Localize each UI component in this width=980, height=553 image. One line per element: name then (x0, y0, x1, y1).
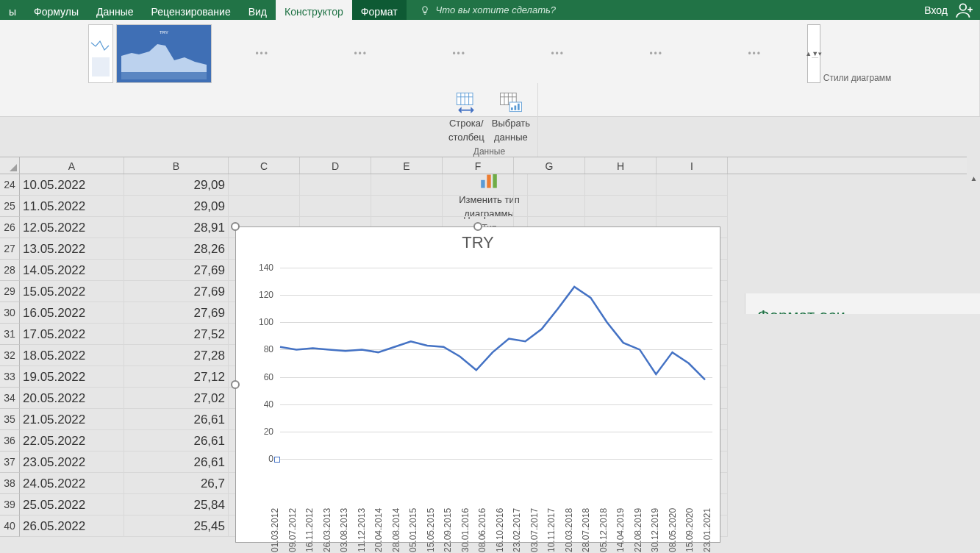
cell[interactable]: 27,52 (124, 324, 229, 345)
row-header[interactable]: 27 (0, 238, 20, 260)
cell[interactable]: 24.05.2022 (20, 473, 124, 494)
resize-handle[interactable] (231, 222, 240, 231)
col-header[interactable]: D (300, 157, 371, 174)
cell[interactable]: 25.05.2022 (20, 494, 124, 515)
cell[interactable]: 19.05.2022 (20, 366, 124, 388)
format-axis-pane: Формат оси Параметры оси Параметры те ▲ … (745, 293, 980, 314)
row-header[interactable]: 40 (0, 515, 20, 537)
tab-partial[interactable]: ы (0, 0, 25, 20)
cell[interactable]: 15.05.2022 (20, 281, 124, 302)
row-header[interactable]: 26 (0, 217, 20, 238)
select-data-button[interactable]: Выбрать данные (489, 88, 533, 143)
cell[interactable]: 27,69 (124, 260, 229, 281)
col-header[interactable]: H (585, 157, 657, 174)
row-header[interactable]: 35 (0, 409, 20, 430)
ribbon: TRY ••• ••• ••• ••• ••• ••• ▲ ▼ ▾ Стили … (0, 20, 980, 117)
gallery-up-icon[interactable]: ▲ ▼ ▾ (808, 25, 820, 82)
row-header[interactable]: 36 (0, 430, 20, 452)
cell[interactable]: 17.05.2022 (20, 324, 124, 345)
cell[interactable]: 13.05.2022 (20, 238, 124, 260)
col-header[interactable]: C (229, 157, 300, 174)
chart-style-2[interactable]: TRY (116, 24, 212, 83)
svg-rect-11 (518, 104, 520, 110)
row-header[interactable]: 29 (0, 281, 20, 302)
cell[interactable]: 27,69 (124, 302, 229, 324)
cell[interactable]: 28,26 (124, 238, 229, 260)
gallery-more-icon[interactable]: ▾ (818, 50, 822, 57)
svg-rect-9 (511, 107, 513, 110)
cell[interactable]: 18.05.2022 (20, 345, 124, 366)
cell[interactable]: 28,91 (124, 217, 229, 238)
chart-style-1[interactable] (88, 24, 113, 83)
axis-selection-handle[interactable] (274, 457, 280, 463)
tell-me[interactable]: Что вы хотите сделать? (407, 0, 557, 20)
row-header[interactable]: 24 (0, 174, 20, 196)
col-header[interactable]: I (657, 157, 728, 174)
cell[interactable]: 21.05.2022 (20, 409, 124, 430)
table-row[interactable]: 2410.05.202229,09 (0, 174, 967, 196)
row-header[interactable]: 37 (0, 452, 20, 473)
data-group: Строка/ столбец Выбрать данные Данные (441, 83, 538, 160)
cell[interactable]: 10.05.2022 (20, 174, 124, 196)
row-header[interactable]: 30 (0, 302, 20, 324)
row-header[interactable]: 33 (0, 366, 20, 388)
plot-area[interactable]: 020406080100120140 (269, 268, 712, 459)
tab-data[interactable]: Данные (87, 0, 143, 20)
cell[interactable]: 26,7 (124, 473, 229, 494)
cell[interactable]: 27,69 (124, 281, 229, 302)
col-header[interactable]: G (514, 157, 585, 174)
row-header[interactable]: 28 (0, 260, 20, 281)
col-header[interactable]: F (443, 157, 514, 174)
cell[interactable]: 20.05.2022 (20, 388, 124, 409)
cell[interactable]: 26,61 (124, 409, 229, 430)
row-header[interactable]: 38 (0, 473, 20, 494)
cell[interactable]: 14.05.2022 (20, 260, 124, 281)
chart-style-6[interactable]: ••• (510, 24, 606, 83)
cell[interactable]: 26.05.2022 (20, 515, 124, 537)
cell[interactable]: 26,61 (124, 452, 229, 473)
style-gallery-scroll[interactable]: ▲ ▼ ▾ (807, 24, 820, 83)
row-header[interactable]: 34 (0, 388, 20, 409)
chart-style-5[interactable]: ••• (412, 24, 507, 83)
cell[interactable]: 16.05.2022 (20, 302, 124, 324)
cell[interactable]: 29,09 (124, 174, 229, 196)
tab-format[interactable]: Формат (352, 0, 407, 20)
tab-formulas[interactable]: Формулы (25, 0, 87, 20)
select-all-corner[interactable] (0, 157, 20, 174)
cell[interactable]: 26,61 (124, 430, 229, 452)
cell[interactable]: 22.05.2022 (20, 430, 124, 452)
chart-style-8[interactable]: ••• (707, 24, 803, 83)
cell[interactable]: 25,84 (124, 494, 229, 515)
chart-style-4[interactable]: ••• (313, 24, 409, 83)
tab-design[interactable]: Конструктор (276, 0, 352, 20)
cell[interactable]: 27,12 (124, 366, 229, 388)
scroll-up-icon[interactable]: ▲ (970, 174, 978, 182)
cell[interactable]: 12.05.2022 (20, 217, 124, 238)
table-row[interactable]: 2511.05.202229,09 (0, 196, 967, 217)
cell[interactable]: 23.05.2022 (20, 452, 124, 473)
gallery-down-icon[interactable]: ▼ (812, 50, 818, 58)
col-header[interactable]: E (371, 157, 443, 174)
row-header[interactable]: 32 (0, 345, 20, 366)
row-header[interactable]: 31 (0, 324, 20, 345)
embedded-chart[interactable]: TRY 020406080100120140 01.03.201209.07.2… (235, 226, 720, 543)
switch-row-col-button[interactable]: Строка/ столбец (446, 88, 487, 143)
cell[interactable]: 27,02 (124, 388, 229, 409)
row-header[interactable]: 39 (0, 494, 20, 515)
cell[interactable]: 11.05.2022 (20, 196, 124, 217)
chart-style-3[interactable]: ••• (215, 24, 310, 83)
chart-style-7[interactable]: ••• (609, 24, 704, 83)
cell[interactable]: 27,28 (124, 345, 229, 366)
row-header[interactable]: 25 (0, 196, 20, 217)
cell[interactable]: 29,09 (124, 196, 229, 217)
chart-title[interactable]: TRY (236, 227, 720, 255)
resize-handle[interactable] (473, 222, 482, 231)
sign-in-link[interactable]: Вход (924, 4, 948, 16)
col-header[interactable]: A (20, 157, 124, 174)
tab-review[interactable]: Рецензирование (143, 0, 240, 20)
col-header[interactable]: B (124, 157, 229, 174)
cell[interactable]: 25,45 (124, 515, 229, 537)
user-add-icon[interactable] (955, 1, 974, 20)
tab-view[interactable]: Вид (240, 0, 276, 20)
resize-handle[interactable] (231, 380, 240, 389)
